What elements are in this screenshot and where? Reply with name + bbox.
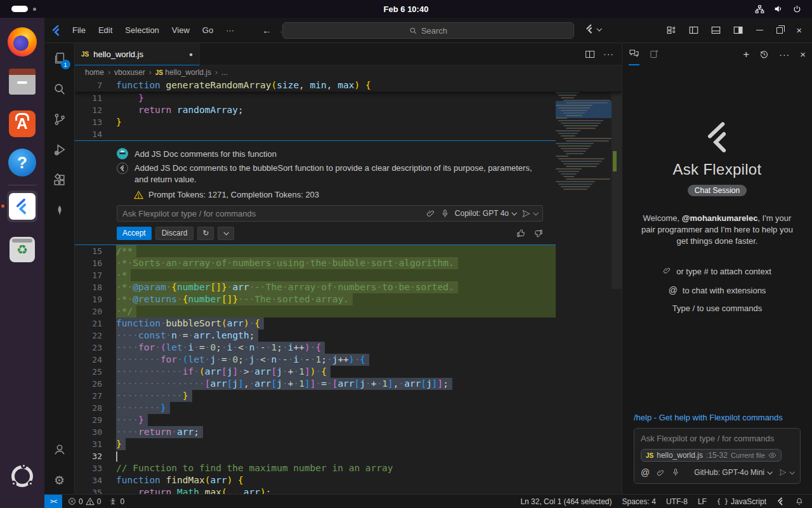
line-number[interactable]: 11 — [75, 92, 102, 104]
ports-indicator[interactable]: 0 — [105, 497, 128, 506]
chat-input-box[interactable]: Ask Flexpilot or type / for commands JS … — [634, 428, 801, 484]
code-line-24[interactable]: 24········for·(let·j·=·0;·j·<·n·-·i·-·1;… — [75, 354, 622, 366]
line-content[interactable]: /** — [116, 245, 556, 257]
code-line-19[interactable]: 19·*·@returns·{number[]}·-·The·sorted·ar… — [75, 293, 622, 305]
line-content[interactable]: return randomArray; — [116, 104, 556, 116]
menu-item-file[interactable]: File — [67, 23, 91, 37]
line-content[interactable]: ·*·Sorts·an·array·of·numbers·using·the·b… — [116, 257, 556, 269]
code-line-21[interactable]: 21function·bubbleSort(arr)·{ — [75, 318, 622, 330]
firefox-icon[interactable] — [7, 27, 37, 57]
line-number[interactable]: 21 — [75, 318, 102, 330]
flexpilot-app-icon[interactable] — [7, 190, 37, 222]
line-number[interactable]: 16 — [75, 257, 102, 269]
line-number[interactable]: 34 — [75, 474, 102, 486]
chat-view-tab[interactable] — [629, 43, 639, 65]
line-number[interactable]: 27 — [75, 390, 102, 402]
ubuntu-logo-icon[interactable] — [7, 461, 37, 491]
panel-close-icon[interactable]: × — [800, 49, 806, 60]
line-content[interactable]: ············} — [116, 390, 556, 402]
code-line-15[interactable]: 15/** — [75, 245, 622, 257]
code-editor[interactable]: 7function generateRandomArray(size, min,… — [75, 79, 622, 494]
problems-indicator[interactable]: 0 0 — [65, 497, 104, 506]
clock[interactable]: Feb 6 10:40 — [0, 4, 812, 14]
line-number[interactable]: 35 — [75, 486, 102, 494]
close-button[interactable]: × — [796, 25, 802, 35]
line-content[interactable]: function generateRandomArray(size, min, … — [116, 79, 556, 91]
at-mention-icon[interactable]: @ — [641, 467, 650, 478]
attach-icon[interactable] — [426, 209, 435, 218]
line-number[interactable]: 30 — [75, 426, 102, 438]
minimap[interactable] — [556, 79, 612, 195]
line-content[interactable]: ·* — [116, 269, 556, 281]
line-number[interactable]: 20 — [75, 305, 102, 318]
line-number[interactable]: 14 — [75, 128, 102, 140]
scrollbar-slider[interactable] — [612, 79, 622, 289]
panel-more-icon[interactable]: ··· — [779, 50, 790, 60]
more-actions-button[interactable] — [218, 227, 234, 240]
code-line-35[interactable]: 35 return Math.max(...arr); — [75, 486, 622, 494]
trash-icon[interactable]: ♻ — [7, 234, 37, 265]
thumbs-down-icon[interactable] — [534, 229, 543, 238]
code-line-23[interactable]: 23····for·(let·i·=·0;·i·<·n·-·1;·i++)·{ — [75, 342, 622, 354]
line-content[interactable] — [116, 128, 556, 140]
line-content[interactable]: ················[arr[j],·arr[j·+·1]]·=·[… — [116, 378, 556, 390]
code-line-30[interactable]: 30····return·arr; — [75, 426, 622, 438]
model-picker[interactable]: Copilot: GPT 4o — [455, 209, 516, 218]
toggle-secondary-sidebar-icon[interactable] — [733, 26, 743, 34]
command-center-search[interactable]: Search — [282, 22, 574, 39]
remote-indicator[interactable]: >< — [44, 495, 62, 508]
code-line-13[interactable]: 13} — [75, 116, 622, 128]
encoding[interactable]: UTF-8 — [663, 497, 691, 506]
run-debug-icon[interactable] — [44, 135, 75, 165]
code-line-27[interactable]: 27············} — [75, 390, 622, 402]
mongodb-icon[interactable] — [44, 196, 75, 226]
eol-sequence[interactable]: LF — [695, 497, 710, 506]
volume-icon[interactable] — [773, 4, 783, 14]
code-line-12[interactable]: 12 return randomArray; — [75, 104, 622, 116]
settings-gear-icon[interactable]: ⚙ — [44, 466, 75, 494]
breadcrumb-item[interactable]: vboxuser — [114, 68, 145, 77]
tab-hello-world-js[interactable]: JS hello_world.js ● — [75, 43, 200, 65]
menu-item-view[interactable]: View — [167, 23, 195, 37]
toggle-panel-icon[interactable] — [711, 26, 721, 34]
source-control-icon[interactable] — [44, 104, 75, 135]
line-content[interactable]: // Function to find the maximum number i… — [116, 462, 556, 474]
code-line-17[interactable]: 17·* — [75, 269, 622, 281]
line-content[interactable]: ············if·(arr[j]·>·arr[j·+·1])·{ — [116, 366, 556, 378]
line-number[interactable]: 31 — [75, 438, 102, 450]
code-line-22[interactable]: 22····const·n·=·arr.length; — [75, 330, 622, 342]
help-command-link[interactable]: /help - Get help with Flexpilot commands — [634, 413, 801, 422]
line-content[interactable]: ····} — [116, 414, 556, 426]
code-line-7[interactable]: 7function generateRandomArray(size, min,… — [75, 79, 622, 91]
overview-ruler[interactable] — [612, 79, 622, 494]
flexpilot-menu-button[interactable] — [585, 24, 601, 34]
code-line-14[interactable]: 14 — [75, 128, 622, 140]
explorer-icon[interactable]: 1 — [44, 43, 75, 74]
notifications-bell-icon[interactable] — [792, 497, 807, 506]
accept-button[interactable]: Accept — [117, 227, 152, 240]
power-icon[interactable] — [792, 4, 802, 14]
line-number[interactable]: 22 — [75, 330, 102, 342]
code-line-16[interactable]: 16·*·Sorts·an·array·of·numbers·using·the… — [75, 257, 622, 269]
sticky-scroll-line[interactable]: 7function generateRandomArray(size, min,… — [75, 79, 622, 92]
menu-item-selection[interactable]: Selection — [120, 23, 164, 37]
help-icon[interactable]: ? — [7, 147, 37, 178]
back-button[interactable]: ← — [262, 25, 272, 36]
line-content[interactable]: ········for·(let·j·=·0;·j·<·n·-·i·-·1;·j… — [116, 354, 556, 366]
mic-icon[interactable] — [672, 468, 679, 477]
breadcrumb-item[interactable]: ... — [221, 68, 228, 77]
mic-icon[interactable] — [441, 209, 449, 218]
line-number[interactable]: 19 — [75, 293, 102, 305]
accounts-icon[interactable] — [44, 436, 75, 466]
chat-editor-tab[interactable] — [650, 50, 659, 59]
new-chat-icon[interactable]: + — [743, 49, 749, 60]
line-content[interactable]: ····const·n·=·arr.length; — [116, 330, 556, 342]
line-content[interactable]: ········} — [116, 402, 556, 414]
restore-button[interactable] — [776, 27, 783, 34]
line-content[interactable]: function·bubbleSort(arr)·{ — [116, 318, 556, 330]
file-manager-icon[interactable] — [7, 68, 37, 98]
line-number[interactable]: 17 — [75, 269, 102, 281]
line-number[interactable]: 7 — [75, 79, 102, 91]
eye-icon[interactable] — [768, 452, 776, 458]
code-line-28[interactable]: 28········} — [75, 402, 622, 414]
